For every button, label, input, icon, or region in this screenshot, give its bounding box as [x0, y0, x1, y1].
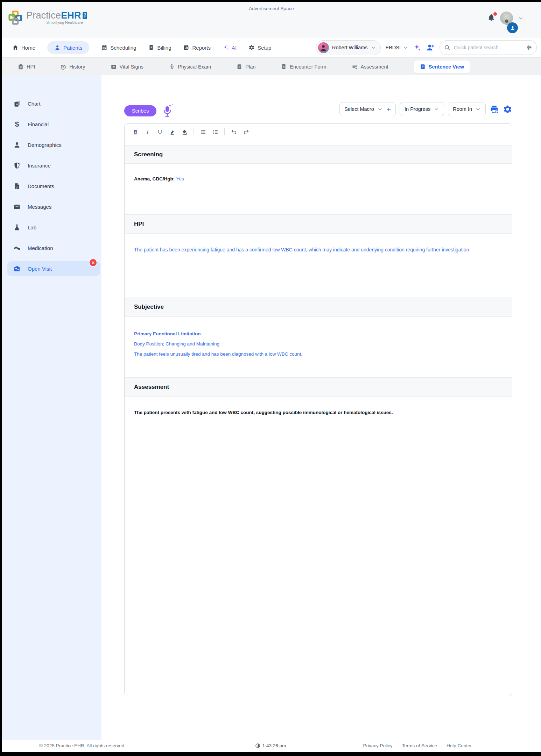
chevron-down-icon [371, 45, 376, 50]
physical-exam-person-icon [169, 64, 175, 70]
sidebar-item-open-visit[interactable]: Open Visit ✕ [7, 261, 100, 276]
header: Advertisement Space PracticeEHR Pro Simp… [2, 2, 541, 38]
note-settings-button[interactable] [503, 105, 512, 114]
tab-physical-exam[interactable]: Physical Exam [169, 64, 211, 70]
sidebar-item-demographics[interactable]: Demographics [2, 137, 101, 152]
printer-plus-icon [490, 105, 499, 114]
dictation-mic-icon[interactable] [161, 104, 173, 118]
patient-avatar [318, 42, 329, 53]
section-header-screening: Screening [125, 145, 512, 164]
footer-link-privacy[interactable]: Privacy Policy [363, 743, 392, 748]
shield-icon [13, 162, 21, 169]
encounter-receipt-icon: $ [281, 64, 287, 70]
undo-button[interactable] [231, 129, 237, 135]
numbered-list-icon: 12 [212, 129, 218, 135]
marker-icon [169, 129, 175, 135]
italic-button[interactable]: I [145, 129, 151, 135]
text-color-button[interactable] [169, 129, 175, 135]
numbered-list-button[interactable]: 12 [212, 129, 218, 135]
scribes-button[interactable]: Scribes [124, 105, 156, 116]
chevron-down-icon [403, 45, 408, 50]
sidebar-item-medication[interactable]: Medication [2, 241, 101, 255]
underline-button[interactable]: U [157, 129, 163, 135]
screening-value[interactable]: Yes [176, 176, 184, 181]
tab-history[interactable]: History [60, 64, 85, 70]
chevron-down-icon [434, 106, 439, 112]
nav-ai[interactable]: AI [223, 44, 237, 51]
patient-sidebar: Chart $ Financial Demographics Insurance… [2, 75, 101, 740]
hpi-text[interactable]: The patient has been experiencing fatigu… [134, 245, 489, 254]
app-footer: © 2025 Practice EHR. All rights reserved… [0, 740, 541, 752]
brand-name-part1: Practice [26, 10, 61, 21]
tab-encounter-form[interactable]: $ Encounter Form [281, 64, 326, 70]
tab-assessment[interactable]: Assessment [352, 64, 388, 70]
section-body-assessment[interactable]: The patient presents with fatigue and lo… [125, 397, 512, 696]
subjective-line-3[interactable]: The patient feels unusually tired and ha… [134, 349, 501, 359]
nav-setup[interactable]: Setup [248, 44, 271, 51]
nav-scheduling[interactable]: Scheduling [101, 44, 136, 51]
search-icon [444, 44, 450, 51]
open-visit-badge-icon [13, 265, 21, 272]
reports-chart-icon [183, 44, 189, 51]
bold-button[interactable]: B [132, 129, 139, 135]
sidebar-item-chart[interactable]: Chart [2, 96, 101, 111]
sidebar-item-insurance[interactable]: Insurance [2, 158, 101, 173]
search-input[interactable] [453, 44, 523, 51]
brand-tagline: Simplifying Healthcare [46, 20, 83, 24]
patient-name: Robert Williams [332, 45, 368, 50]
assessment-text[interactable]: The patient presents with fatigue and lo… [134, 409, 501, 416]
screen-edge-top [0, 0, 541, 2]
highlight-color-button[interactable] [181, 129, 188, 135]
calendar-icon [101, 44, 107, 51]
section-body-screening[interactable]: Anema, CBC/Hgb: Yes [125, 164, 512, 214]
add-patient-button[interactable] [426, 43, 435, 52]
ai-sparkle-button[interactable] [413, 43, 421, 52]
search-filter-sliders-icon[interactable] [526, 44, 532, 51]
close-visit-badge[interactable]: ✕ [89, 258, 97, 267]
subjective-line-2[interactable]: Body Position; Changing and Maintaning [134, 339, 501, 349]
setup-gear-icon [248, 44, 255, 51]
svg-text:1: 1 [213, 129, 214, 131]
section-title: Assessment [134, 384, 169, 391]
sidebar-item-financial[interactable]: $ Financial [2, 117, 101, 131]
brand-logo[interactable]: PracticeEHR Pro Simplifying Healthcare [8, 10, 87, 26]
add-macro-icon[interactable]: + [387, 106, 391, 113]
section-body-hpi[interactable]: The patient has been experiencing fatigu… [125, 234, 512, 297]
notifications-button[interactable] [487, 14, 495, 23]
main-navigation: Home Patients Scheduling $ Billing Repor… [2, 38, 541, 57]
section-title: Subjective [134, 304, 164, 311]
tab-sentence-view[interactable]: Sentence View [414, 60, 470, 73]
profile-chevron-down-icon[interactable] [518, 15, 524, 21]
visit-tab-bar: HPI History Vital Signs Physical Exam Pl… [2, 57, 541, 76]
footer-link-help[interactable]: Help Center [447, 743, 472, 748]
bullet-list-button[interactable] [200, 129, 206, 135]
nav-billing[interactable]: $ Billing [148, 44, 171, 51]
tab-plan[interactable]: Plan [236, 64, 255, 70]
section-title: Screening [134, 151, 163, 158]
toolbar-divider [194, 128, 194, 135]
room-status-dropdown[interactable]: Room In [448, 102, 486, 116]
sidebar-item-lab[interactable]: Lab [2, 220, 101, 235]
patient-pin-badge[interactable] [507, 22, 518, 33]
footer-link-terms[interactable]: Terms of Service [402, 743, 437, 748]
section-body-subjective[interactable]: Primary Functional Limitation Body Posit… [125, 317, 512, 377]
toolbar-divider [224, 128, 225, 135]
assessment-list-icon [352, 64, 358, 70]
nav-reports[interactable]: Reports [183, 44, 211, 51]
tab-vital-signs[interactable]: Vital Signs [111, 64, 143, 70]
sentence-view-panel: Scribes Select Macro + In Progress Room … [101, 75, 541, 740]
practice-code-selector[interactable]: EBDSI [385, 45, 408, 50]
select-macro-dropdown[interactable]: Select Macro + [339, 102, 396, 116]
sidebar-item-messages[interactable]: Messages [2, 199, 101, 214]
visit-status-dropdown[interactable]: In Progress [400, 102, 444, 116]
nav-home[interactable]: Home [12, 44, 35, 51]
print-button[interactable] [490, 105, 499, 114]
subjective-line-1[interactable]: Primary Functional Limitation [134, 329, 501, 339]
current-patient-selector[interactable]: Robert Williams [316, 40, 381, 55]
chevron-down-icon [377, 106, 383, 112]
nav-patients[interactable]: Patients [47, 41, 89, 54]
quick-patient-search[interactable] [440, 40, 537, 55]
sidebar-item-documents[interactable]: Documents [2, 179, 101, 193]
tab-hpi[interactable]: HPI [17, 64, 35, 70]
redo-button[interactable] [243, 129, 249, 135]
